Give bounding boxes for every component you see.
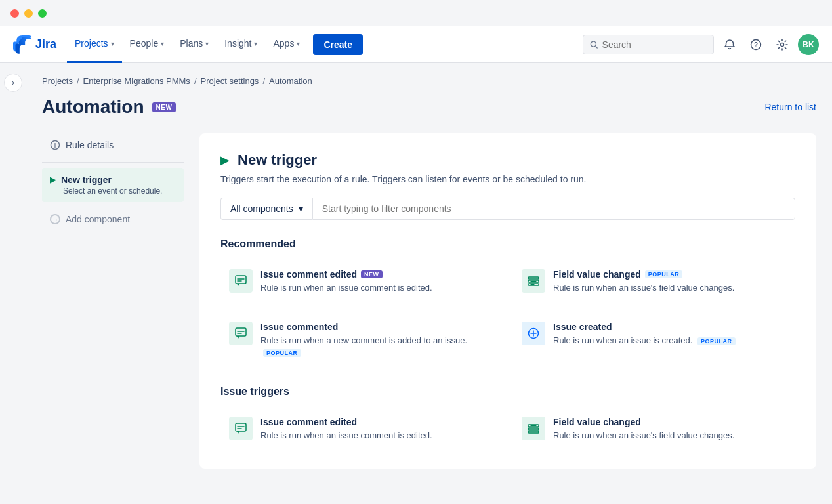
filter-row: All components ▾ (220, 198, 795, 220)
rule-details-item[interactable]: i Rule details (42, 133, 184, 157)
issue-triggers-grid: Issue comment edited Rule is run when an… (220, 408, 795, 450)
page-title-row: Automation NEW (42, 96, 176, 117)
nav-item-apps[interactable]: Apps ▾ (265, 26, 308, 63)
add-component-item[interactable]: ○ Add component (42, 207, 184, 231)
card-content-3: Issue created Rule is run when an issue … (553, 322, 787, 346)
issue-trigger-card-0[interactable]: Issue comment edited Rule is run when an… (220, 408, 503, 450)
trigger-desc: Triggers start the execution of a rule. … (220, 174, 795, 184)
issue-trigger-title-0: Issue comment edited (260, 417, 494, 427)
avatar[interactable]: BK (798, 34, 819, 55)
rule-divider (42, 162, 184, 163)
trigger-header: ▶ New trigger (220, 152, 795, 169)
breadcrumb-enterprise[interactable]: Enterprise Migrations PMMs (83, 76, 190, 86)
card-title-2: Issue commented (260, 322, 494, 332)
popular-tag-1: POPULAR (645, 270, 683, 278)
card-issue-comment-edited[interactable]: Issue comment edited NEW Rule is run whe… (220, 261, 503, 303)
breadcrumb-sep-3: / (262, 76, 265, 86)
plus-icon (522, 322, 545, 345)
settings-button[interactable] (772, 34, 793, 55)
traffic-light-green[interactable] (38, 9, 47, 18)
breadcrumb-sep-2: / (194, 76, 197, 86)
add-component-label: Add component (66, 214, 130, 224)
filter-input[interactable] (312, 198, 795, 220)
issue-trigger-title-1: Field value changed (553, 417, 787, 427)
recommended-cards-grid: Issue comment edited NEW Rule is run whe… (220, 261, 795, 368)
notifications-button[interactable] (719, 34, 740, 55)
right-panel: ▶ New trigger Triggers start the executi… (199, 133, 816, 469)
svg-rect-10 (236, 328, 246, 336)
field-icon (522, 269, 545, 293)
layout: › Projects / Enterprise Migrations PMMs … (0, 63, 832, 504)
chevron-down-icon: ▾ (205, 40, 209, 47)
jira-logo[interactable]: Jira (13, 35, 56, 54)
search-icon (590, 40, 598, 49)
issue-trigger-desc-1: Rule is run when an issue's field value … (553, 430, 787, 442)
svg-text:?: ? (754, 41, 758, 49)
card-issue-created[interactable]: Issue created Rule is run when an issue … (513, 313, 795, 367)
rule-details-label: Rule details (66, 140, 114, 150)
return-to-list-link[interactable]: Return to list (764, 102, 816, 112)
trigger-item-label: New trigger (61, 175, 112, 185)
play-icon: ▶ (50, 175, 56, 184)
info-icon: i (50, 140, 60, 150)
traffic-light-red[interactable] (10, 9, 19, 18)
left-panel: i Rule details ▶ New trigger Select an e… (42, 133, 199, 469)
title-bar (0, 0, 832, 26)
new-badge: NEW (152, 102, 177, 112)
issue-triggers-title: Issue triggers (220, 386, 795, 398)
nav-right: ? BK (583, 34, 819, 55)
page-header: Automation NEW Return to list (42, 96, 816, 117)
help-button[interactable]: ? (745, 34, 766, 55)
card-title-3: Issue created (553, 322, 787, 332)
breadcrumb-sep-1: / (77, 76, 79, 86)
search-input[interactable] (602, 39, 707, 50)
svg-text:i: i (54, 142, 56, 149)
breadcrumb-automation: Automation (269, 76, 312, 86)
nav-item-people[interactable]: People ▾ (122, 26, 173, 63)
navbar: Jira Projects ▾ People ▾ Plans ▾ Insight… (0, 26, 832, 63)
bell-icon (724, 39, 736, 51)
trigger-play-large-icon: ▶ (220, 153, 230, 167)
issue-trigger-desc-0: Rule is run when an issue comment is edi… (260, 430, 494, 442)
breadcrumb-project-settings[interactable]: Project settings (201, 76, 259, 86)
card-field-value-changed[interactable]: Field value changed POPULAR Rule is run … (513, 261, 795, 303)
chevron-down-icon: ▾ (299, 203, 303, 214)
svg-rect-12 (236, 423, 246, 431)
recommended-title: Recommended (220, 238, 795, 250)
gear-icon (776, 39, 788, 51)
sidebar-toggle: › (0, 63, 26, 504)
card-issue-commented[interactable]: Issue commented Rule is run when a new c… (220, 313, 503, 367)
recommended-section: Recommended (220, 238, 795, 368)
chevron-down-icon: ▾ (297, 40, 300, 47)
breadcrumb-projects[interactable]: Projects (42, 76, 73, 86)
nav-item-plans[interactable]: Plans ▾ (172, 26, 217, 63)
filter-dropdown[interactable]: All components ▾ (220, 198, 312, 220)
create-button[interactable]: Create (313, 34, 363, 55)
traffic-light-yellow[interactable] (24, 9, 33, 18)
help-icon: ? (750, 39, 762, 51)
issue-trigger-card-1[interactable]: Field value changed Rule is run when an … (513, 408, 795, 450)
new-tag-0: NEW (361, 270, 383, 278)
main-content: Projects / Enterprise Migrations PMMs / … (26, 63, 832, 504)
comment-icon (229, 269, 253, 293)
card-desc-2: Rule is run when a new comment is added … (260, 335, 494, 358)
page-title: Automation (42, 96, 144, 117)
chevron-down-icon: ▾ (161, 40, 164, 47)
nav-item-insight[interactable]: Insight ▾ (217, 26, 265, 63)
card-content-1: Field value changed POPULAR Rule is run … (553, 269, 787, 294)
chevron-down-icon: ▾ (111, 40, 114, 47)
popular-tag-2: POPULAR (263, 349, 301, 357)
sidebar-toggle-button[interactable]: › (4, 74, 22, 92)
content-area: i Rule details ▶ New trigger Select an e… (42, 133, 816, 469)
add-circle-icon: ○ (50, 214, 60, 224)
trigger-item[interactable]: ▶ New trigger Select an event or schedul… (42, 168, 184, 202)
svg-point-0 (591, 41, 596, 47)
card-desc-1: Rule is run when an issue's field value … (553, 282, 787, 294)
card-desc-0: Rule is run when an issue comment is edi… (260, 282, 494, 294)
nav-item-projects[interactable]: Projects ▾ (67, 26, 122, 63)
logo-text: Jira (35, 37, 56, 51)
trigger-item-header: ▶ New trigger (50, 175, 176, 185)
svg-point-3 (781, 43, 784, 46)
card-desc-3: Rule is run when an issue is created. PO… (553, 335, 787, 346)
search-bar[interactable] (583, 35, 714, 54)
